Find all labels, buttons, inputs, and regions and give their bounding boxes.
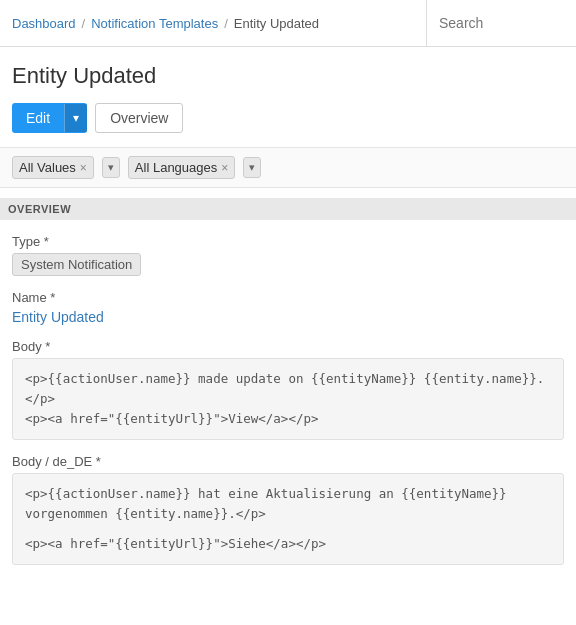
search-area[interactable]: [426, 0, 576, 46]
type-value: System Notification: [12, 253, 564, 276]
values-filter-tag[interactable]: All Values ×: [12, 156, 94, 179]
body-line1: <p>{{actionUser.name}} made update on {{…: [25, 369, 551, 409]
edit-dropdown-button[interactable]: ▾: [64, 104, 87, 132]
overview-section-header: OVERVIEW: [0, 198, 576, 220]
type-tag: System Notification: [12, 253, 141, 276]
body-de-line1: <p>{{actionUser.name}} hat eine Aktualis…: [25, 484, 551, 524]
header: Dashboard / Notification Templates / Ent…: [0, 0, 576, 47]
page-title: Entity Updated: [0, 47, 576, 103]
body-code-block: <p>{{actionUser.name}} made update on {{…: [12, 358, 564, 440]
edit-button-group[interactable]: Edit ▾: [12, 103, 87, 133]
breadcrumb-sep2: /: [224, 16, 228, 31]
body-line2: <p><a href="{{entityUrl}}">View</a></p>: [25, 409, 551, 429]
breadcrumb-current: Entity Updated: [234, 16, 319, 31]
breadcrumb-notification-templates[interactable]: Notification Templates: [91, 16, 218, 31]
edit-button[interactable]: Edit: [12, 103, 64, 133]
values-filter-label: All Values: [19, 160, 76, 175]
toolbar: Edit ▾ Overview: [0, 103, 576, 147]
body-de-section: Body / de_DE * <p>{{actionUser.name}} ha…: [12, 454, 564, 565]
name-label: Name *: [12, 290, 564, 305]
breadcrumb-sep1: /: [82, 16, 86, 31]
languages-filter-label: All Languages: [135, 160, 217, 175]
breadcrumb: Dashboard / Notification Templates / Ent…: [0, 16, 426, 31]
body-label: Body *: [12, 339, 564, 354]
breadcrumb-dashboard[interactable]: Dashboard: [12, 16, 76, 31]
type-label: Type *: [12, 234, 564, 249]
overview-button[interactable]: Overview: [95, 103, 183, 133]
search-input[interactable]: [439, 15, 564, 31]
languages-filter-tag[interactable]: All Languages ×: [128, 156, 235, 179]
languages-filter-chevron[interactable]: ▾: [243, 157, 261, 178]
values-filter-remove[interactable]: ×: [80, 161, 87, 175]
body-de-label: Body / de_DE *: [12, 454, 564, 469]
body-de-code-block: <p>{{actionUser.name}} hat eine Aktualis…: [12, 473, 564, 565]
values-filter-chevron[interactable]: ▾: [102, 157, 120, 178]
filter-bar: All Values × ▾ All Languages × ▾: [0, 147, 576, 188]
body-de-line3: <p><a href="{{entityUrl}}">Siehe</a></p>: [25, 534, 551, 554]
name-value: Entity Updated: [12, 309, 564, 325]
content-area: OVERVIEW Type * System Notification Name…: [0, 198, 576, 565]
languages-filter-remove[interactable]: ×: [221, 161, 228, 175]
